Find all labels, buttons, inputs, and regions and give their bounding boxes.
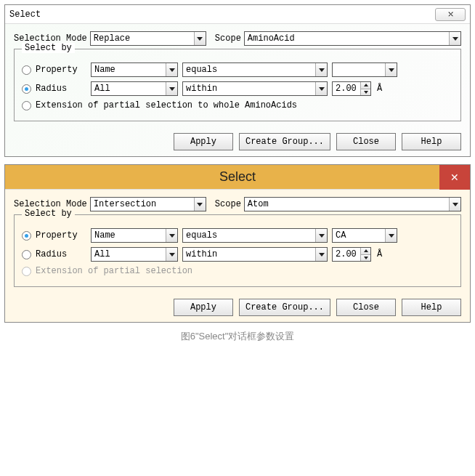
radius-value-spinner[interactable]: 2.00 (332, 81, 371, 96)
dialog-title: Select (219, 169, 256, 185)
property-label: Property (36, 230, 86, 241)
property-op-select[interactable]: equals (182, 62, 328, 77)
radius-op-select[interactable]: within (182, 247, 328, 262)
extension-row: Extension of partial selection to whole … (22, 100, 453, 110)
property-attr-select[interactable]: Name (91, 62, 178, 77)
extension-label: Extension of partial selection to whole … (36, 100, 297, 110)
help-button[interactable]: Help (402, 133, 461, 150)
scope-label: Scope (215, 199, 241, 209)
property-val-select[interactable] (332, 62, 397, 77)
chevron-down-icon (449, 198, 460, 211)
radius-label: Radius (36, 249, 86, 259)
select-by-legend: Select by (22, 209, 75, 219)
chevron-down-icon (166, 63, 177, 76)
radius-radio[interactable] (22, 250, 31, 259)
radius-label: Radius (36, 84, 86, 94)
property-radio[interactable] (22, 65, 31, 75)
radius-attr-select[interactable]: All (91, 81, 178, 96)
selection-mode-select[interactable]: Intersection (90, 197, 206, 211)
scope-label: Scope (215, 33, 241, 44)
extension-radio[interactable] (22, 101, 31, 110)
spinner-down-icon[interactable] (361, 255, 370, 262)
figure-caption: 图6"Select"对话框参数设置 (4, 330, 471, 343)
selection-mode-label: Selection Mode (14, 33, 87, 44)
chevron-down-icon (166, 82, 177, 95)
close-button[interactable]: Close (336, 133, 396, 150)
select-by-fieldset: Select by Property Name equals CA (14, 214, 461, 287)
extension-row: Extension of partial selection (22, 266, 453, 276)
select-dialog-2: Select ✕ Selection Mode Intersection Sco… (4, 164, 471, 323)
property-val-select[interactable]: CA (332, 228, 397, 243)
dialog-content: Selection Mode Replace Scope AminoAcid S… (5, 24, 470, 156)
radius-unit: Å (377, 84, 382, 94)
chevron-down-icon (194, 198, 206, 211)
title-bar: Select ✕ (5, 165, 470, 190)
scope-select[interactable]: Atom (244, 197, 461, 211)
chevron-down-icon (385, 63, 397, 76)
close-icon[interactable]: ⤬ (435, 8, 466, 21)
select-by-legend: Select by (22, 43, 75, 53)
chevron-down-icon (166, 248, 177, 261)
property-label: Property (36, 65, 86, 75)
extension-label: Extension of partial selection (36, 266, 192, 276)
chevron-down-icon (315, 248, 327, 261)
chevron-down-icon (315, 229, 327, 242)
radius-attr-select[interactable]: All (91, 247, 178, 262)
spinner-up-icon[interactable] (361, 248, 370, 255)
spinner-down-icon[interactable] (361, 89, 370, 96)
chevron-down-icon (166, 229, 177, 242)
close-icon[interactable]: ✕ (439, 165, 470, 190)
apply-button[interactable]: Apply (174, 299, 233, 316)
chevron-down-icon (449, 32, 460, 45)
radius-row: Radius All within 2.00 Å (22, 81, 453, 96)
create-group-button[interactable]: Create Group... (239, 299, 330, 316)
property-row: Property Name equals (22, 62, 453, 77)
chevron-down-icon (385, 229, 397, 242)
radius-radio[interactable] (22, 84, 31, 94)
radius-row: Radius All within 2.00 Å (22, 247, 453, 262)
button-row: Apply Create Group... Close Help (14, 299, 461, 316)
selection-mode-label: Selection Mode (14, 199, 87, 209)
property-row: Property Name equals CA (22, 228, 453, 243)
scope-select[interactable]: AminoAcid (244, 31, 461, 46)
button-row: Apply Create Group... Close Help (14, 133, 461, 150)
title-bar: Select ⤬ (5, 5, 470, 24)
select-by-fieldset: Select by Property Name equals (14, 49, 461, 121)
select-dialog-1: Select ⤬ Selection Mode Replace Scope Am… (4, 4, 471, 157)
radius-op-select[interactable]: within (182, 81, 328, 96)
property-op-select[interactable]: equals (182, 228, 328, 243)
close-button[interactable]: Close (336, 299, 396, 316)
apply-button[interactable]: Apply (174, 133, 233, 150)
dialog-content: Selection Mode Intersection Scope Atom S… (5, 190, 470, 322)
mode-scope-row: Selection Mode Replace Scope AminoAcid (14, 31, 461, 46)
extension-radio (22, 267, 31, 276)
spinner-up-icon[interactable] (361, 82, 370, 89)
dialog-title: Select (9, 9, 41, 20)
property-radio[interactable] (22, 231, 31, 241)
chevron-down-icon (315, 63, 327, 76)
help-button[interactable]: Help (402, 299, 461, 316)
mode-scope-row: Selection Mode Intersection Scope Atom (14, 197, 461, 211)
chevron-down-icon (315, 82, 327, 95)
create-group-button[interactable]: Create Group... (239, 133, 330, 150)
selection-mode-select[interactable]: Replace (90, 31, 206, 46)
radius-value-spinner[interactable]: 2.00 (332, 247, 371, 262)
radius-unit: Å (377, 249, 382, 259)
chevron-down-icon (194, 32, 206, 45)
property-attr-select[interactable]: Name (91, 228, 178, 243)
